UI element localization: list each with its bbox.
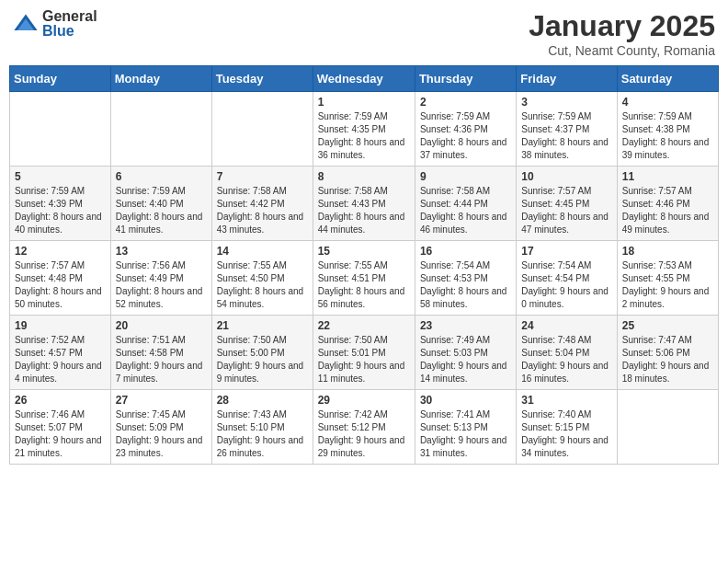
calendar-cell: 28Sunrise: 7:43 AM Sunset: 5:10 PM Dayli… (211, 390, 313, 465)
day-number: 6 (116, 170, 207, 183)
calendar-cell: 11Sunrise: 7:57 AM Sunset: 4:46 PM Dayli… (617, 167, 718, 241)
day-info: Sunrise: 7:59 AM Sunset: 4:39 PM Dayligh… (15, 185, 106, 236)
calendar-week-3: 12Sunrise: 7:57 AM Sunset: 4:48 PM Dayli… (10, 241, 719, 316)
calendar-cell: 4Sunrise: 7:59 AM Sunset: 4:38 PM Daylig… (617, 92, 718, 167)
calendar-cell: 31Sunrise: 7:40 AM Sunset: 5:15 PM Dayli… (517, 390, 617, 465)
calendar-cell: 22Sunrise: 7:50 AM Sunset: 5:01 PM Dayli… (313, 316, 415, 390)
day-number: 14 (217, 245, 308, 258)
calendar-cell (617, 390, 718, 465)
day-info: Sunrise: 7:54 AM Sunset: 4:53 PM Dayligh… (420, 259, 511, 311)
calendar-cell: 8Sunrise: 7:58 AM Sunset: 4:43 PM Daylig… (313, 167, 415, 241)
day-info: Sunrise: 7:59 AM Sunset: 4:40 PM Dayligh… (116, 185, 207, 236)
calendar-cell (211, 92, 313, 167)
day-info: Sunrise: 7:50 AM Sunset: 5:01 PM Dayligh… (318, 334, 410, 385)
day-info: Sunrise: 7:50 AM Sunset: 5:00 PM Dayligh… (217, 334, 308, 385)
day-info: Sunrise: 7:55 AM Sunset: 4:51 PM Dayligh… (318, 259, 410, 311)
day-info: Sunrise: 7:59 AM Sunset: 4:36 PM Dayligh… (420, 110, 511, 162)
day-info: Sunrise: 7:52 AM Sunset: 4:57 PM Dayligh… (15, 334, 106, 385)
day-info: Sunrise: 7:53 AM Sunset: 4:55 PM Dayligh… (622, 259, 713, 311)
location-text: Cut, Neamt County, Romania (529, 43, 715, 58)
logo-general-text: General (42, 9, 97, 24)
logo: General Blue (13, 9, 97, 39)
calendar-cell: 2Sunrise: 7:59 AM Sunset: 4:36 PM Daylig… (415, 92, 516, 167)
calendar-cell: 3Sunrise: 7:59 AM Sunset: 4:37 PM Daylig… (517, 92, 617, 167)
day-info: Sunrise: 7:49 AM Sunset: 5:03 PM Dayligh… (420, 334, 511, 385)
logo-text: General Blue (42, 9, 97, 39)
day-info: Sunrise: 7:54 AM Sunset: 4:54 PM Dayligh… (521, 259, 611, 311)
logo-blue-text: Blue (42, 24, 97, 39)
day-number: 27 (116, 394, 207, 407)
day-number: 18 (622, 245, 713, 258)
day-number: 2 (420, 96, 511, 109)
day-number: 8 (318, 170, 410, 183)
day-info: Sunrise: 7:45 AM Sunset: 5:09 PM Dayligh… (116, 408, 207, 460)
calendar-week-5: 26Sunrise: 7:46 AM Sunset: 5:07 PM Dayli… (10, 390, 719, 465)
logo-icon (13, 11, 39, 37)
day-number: 29 (318, 394, 410, 407)
day-number: 17 (521, 245, 611, 258)
day-info: Sunrise: 7:57 AM Sunset: 4:46 PM Dayligh… (622, 185, 713, 236)
day-info: Sunrise: 7:40 AM Sunset: 5:15 PM Dayligh… (521, 408, 611, 460)
calendar-cell: 12Sunrise: 7:57 AM Sunset: 4:48 PM Dayli… (10, 241, 111, 316)
weekday-header-tuesday: Tuesday (211, 66, 313, 92)
day-number: 20 (116, 319, 207, 332)
day-info: Sunrise: 7:59 AM Sunset: 4:38 PM Dayligh… (622, 110, 713, 162)
calendar-cell: 14Sunrise: 7:55 AM Sunset: 4:50 PM Dayli… (211, 241, 313, 316)
day-info: Sunrise: 7:59 AM Sunset: 4:35 PM Dayligh… (318, 110, 410, 162)
day-number: 16 (420, 245, 511, 258)
day-number: 23 (420, 319, 511, 332)
day-info: Sunrise: 7:57 AM Sunset: 4:48 PM Dayligh… (15, 259, 106, 311)
day-number: 11 (622, 170, 713, 183)
day-number: 31 (521, 394, 611, 407)
weekday-header-row: SundayMondayTuesdayWednesdayThursdayFrid… (10, 66, 719, 92)
weekday-header-friday: Friday (517, 66, 617, 92)
day-number: 12 (15, 245, 106, 258)
calendar-cell: 27Sunrise: 7:45 AM Sunset: 5:09 PM Dayli… (110, 390, 211, 465)
calendar-cell: 6Sunrise: 7:59 AM Sunset: 4:40 PM Daylig… (110, 167, 211, 241)
day-number: 19 (15, 319, 106, 332)
calendar-cell (110, 92, 211, 167)
weekday-header-wednesday: Wednesday (313, 66, 415, 92)
month-title: January 2025 (529, 9, 715, 43)
calendar-week-4: 19Sunrise: 7:52 AM Sunset: 4:57 PM Dayli… (10, 316, 719, 390)
day-number: 28 (217, 394, 308, 407)
calendar-cell (10, 92, 111, 167)
day-info: Sunrise: 7:48 AM Sunset: 5:04 PM Dayligh… (521, 334, 611, 385)
day-number: 15 (318, 245, 410, 258)
calendar-cell: 23Sunrise: 7:49 AM Sunset: 5:03 PM Dayli… (415, 316, 516, 390)
calendar-cell: 17Sunrise: 7:54 AM Sunset: 4:54 PM Dayli… (517, 241, 617, 316)
day-number: 24 (521, 319, 611, 332)
day-number: 21 (217, 319, 308, 332)
day-number: 5 (15, 170, 106, 183)
day-info: Sunrise: 7:58 AM Sunset: 4:44 PM Dayligh… (420, 185, 511, 236)
calendar-cell: 19Sunrise: 7:52 AM Sunset: 4:57 PM Dayli… (10, 316, 111, 390)
day-info: Sunrise: 7:56 AM Sunset: 4:49 PM Dayligh… (116, 259, 207, 311)
calendar-cell: 29Sunrise: 7:42 AM Sunset: 5:12 PM Dayli… (313, 390, 415, 465)
calendar-cell: 13Sunrise: 7:56 AM Sunset: 4:49 PM Dayli… (110, 241, 211, 316)
calendar-cell: 26Sunrise: 7:46 AM Sunset: 5:07 PM Dayli… (10, 390, 111, 465)
weekday-header-thursday: Thursday (415, 66, 516, 92)
page-header: General Blue January 2025 Cut, Neamt Cou… (9, 9, 719, 58)
day-number: 25 (622, 319, 713, 332)
calendar-cell: 9Sunrise: 7:58 AM Sunset: 4:44 PM Daylig… (415, 167, 516, 241)
day-info: Sunrise: 7:51 AM Sunset: 4:58 PM Dayligh… (116, 334, 207, 385)
calendar-table: SundayMondayTuesdayWednesdayThursdayFrid… (9, 65, 719, 465)
day-info: Sunrise: 7:55 AM Sunset: 4:50 PM Dayligh… (217, 259, 308, 311)
day-number: 26 (15, 394, 106, 407)
day-info: Sunrise: 7:58 AM Sunset: 4:42 PM Dayligh… (217, 185, 308, 236)
weekday-header-monday: Monday (110, 66, 211, 92)
calendar-cell: 21Sunrise: 7:50 AM Sunset: 5:00 PM Dayli… (211, 316, 313, 390)
day-number: 9 (420, 170, 511, 183)
day-info: Sunrise: 7:42 AM Sunset: 5:12 PM Dayligh… (318, 408, 410, 460)
weekday-header-saturday: Saturday (617, 66, 718, 92)
calendar-cell: 16Sunrise: 7:54 AM Sunset: 4:53 PM Dayli… (415, 241, 516, 316)
calendar-week-2: 5Sunrise: 7:59 AM Sunset: 4:39 PM Daylig… (10, 167, 719, 241)
calendar-cell: 5Sunrise: 7:59 AM Sunset: 4:39 PM Daylig… (10, 167, 111, 241)
day-number: 10 (521, 170, 611, 183)
day-info: Sunrise: 7:47 AM Sunset: 5:06 PM Dayligh… (622, 334, 713, 385)
calendar-cell: 1Sunrise: 7:59 AM Sunset: 4:35 PM Daylig… (313, 92, 415, 167)
day-number: 13 (116, 245, 207, 258)
day-number: 30 (420, 394, 511, 407)
calendar-cell: 10Sunrise: 7:57 AM Sunset: 4:45 PM Dayli… (517, 167, 617, 241)
calendar-cell: 25Sunrise: 7:47 AM Sunset: 5:06 PM Dayli… (617, 316, 718, 390)
